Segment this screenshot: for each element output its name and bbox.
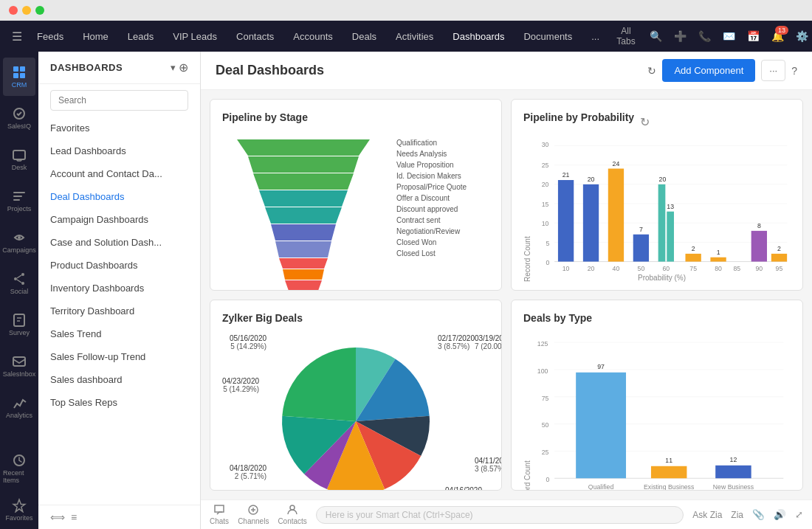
svg-point-7: [21, 273, 24, 276]
sidebar-item-desk[interactable]: Desk: [3, 140, 35, 179]
zia-btn-1[interactable]: Zia: [731, 510, 743, 520]
bottom-tab-contacts[interactable]: Contacts: [278, 504, 306, 525]
ask-zia-label[interactable]: Ask Zia: [692, 510, 722, 520]
calendar-button[interactable]: 📅: [744, 27, 763, 45]
nav-deals[interactable]: Deals: [343, 25, 385, 48]
svg-rect-40: [583, 184, 599, 262]
nav-documents[interactable]: Documents: [515, 25, 581, 48]
sidebar-menu-favorites[interactable]: Favorites: [38, 117, 200, 139]
more-options-button[interactable]: ···: [761, 60, 785, 81]
help-button[interactable]: ?: [791, 65, 797, 77]
zia-btn-3[interactable]: 🔊: [774, 509, 786, 520]
svg-text:2: 2: [692, 245, 695, 252]
sidebar-item-survey[interactable]: Survey: [3, 305, 35, 344]
sidebar-menu-inventory[interactable]: Inventory Dashboards: [38, 277, 200, 300]
minimize-button[interactable]: [22, 6, 31, 15]
sidebar-item-analytics[interactable]: Analytics: [3, 388, 35, 426]
zylker-big-deals-card: Zylker Big Deals: [210, 300, 502, 491]
sidebar-menu-deal-dashboards[interactable]: Deal Dashboards: [38, 185, 200, 208]
svg-rect-10: [14, 314, 24, 326]
funnel-label-won: Closed Won: [396, 238, 467, 248]
nav-dashboards[interactable]: Dashboards: [444, 25, 513, 48]
prob-refresh-icon[interactable]: ↻: [640, 115, 650, 129]
sidebar-menu-sales-dashboard[interactable]: Sales dashboard: [38, 368, 200, 391]
sidebar-item-salesiq[interactable]: SalesIQ: [3, 99, 35, 137]
all-tabs-button[interactable]: All Tabs: [611, 23, 641, 49]
zia-btn-4[interactable]: ⤢: [795, 509, 803, 520]
svg-marker-22: [285, 280, 322, 291]
sidebar-menu-sales-followup[interactable]: Sales Follow-up Trend: [38, 345, 200, 368]
funnel-label-offer: Offer a Discount: [396, 193, 467, 204]
expand-btn[interactable]: ⟺: [50, 511, 65, 523]
svg-rect-3: [20, 73, 25, 78]
svg-rect-46: [658, 184, 666, 262]
icon-sidebar: CRM SalesIQ Desk Projects Campaigns Soci…: [0, 52, 38, 529]
deals-by-type-title: Deals by Type: [523, 312, 791, 324]
svg-rect-44: [633, 235, 649, 262]
svg-marker-19: [275, 241, 331, 257]
svg-point-6: [18, 236, 21, 239]
sidebar-item-social[interactable]: Social: [3, 264, 35, 302]
svg-text:75: 75: [689, 265, 697, 271]
add-component-button[interactable]: Add Component: [662, 59, 755, 82]
sidebar-item-campaigns[interactable]: Campaigns: [3, 223, 35, 261]
zia-btn-2[interactable]: 📎: [752, 509, 765, 520]
sidebar-item-favorites[interactable]: Favorites: [3, 491, 35, 529]
sidebar-menu-campaign[interactable]: Campaign Dashboards: [38, 208, 200, 231]
sidebar-menu-territory[interactable]: Territory Dashboard: [38, 300, 200, 322]
bottom-tab-channels[interactable]: Channels: [238, 504, 269, 525]
pie-label-0217: 02/17/20203 (8.57%): [438, 334, 475, 350]
svg-rect-82: [651, 466, 687, 477]
sidebar-menu-product[interactable]: Product Dashboards: [38, 254, 200, 277]
maximize-button[interactable]: [35, 6, 44, 15]
nav-activities[interactable]: Activities: [387, 25, 442, 48]
svg-marker-14: [248, 156, 359, 173]
expand-sidebar-btn[interactable]: ▾: [171, 60, 176, 75]
sidebar-menu-lead-dashboards[interactable]: Lead Dashboards: [38, 139, 200, 162]
mail-button[interactable]: ✉️: [720, 27, 738, 45]
refresh-button[interactable]: ↻: [647, 65, 656, 77]
sidebar-item-salesinbox[interactable]: SalesInbox: [3, 347, 35, 385]
top-navigation: ☰ Feeds Home Leads VIP Leads Contacts Ac…: [0, 21, 812, 52]
sidebar-menu-case-solution[interactable]: Case and Solution Dash...: [38, 231, 200, 254]
svg-text:100: 100: [537, 367, 548, 374]
nav-vip-leads[interactable]: VIP Leads: [164, 25, 226, 48]
svg-marker-17: [265, 207, 342, 224]
add-dashboard-btn[interactable]: ⊕: [179, 60, 188, 75]
sidebar-item-crm[interactable]: CRM: [3, 58, 35, 96]
sidebar-menu-account-contact[interactable]: Account and Contact Da...: [38, 162, 200, 185]
bottom-tab-chats[interactable]: Chats: [210, 504, 229, 525]
search-button[interactable]: 🔍: [647, 27, 665, 45]
sidebar-item-recent[interactable]: Recent Items: [3, 449, 35, 488]
pipeline-by-probability-card: Pipeline by Probability ↻ Record Count 0…: [511, 99, 803, 291]
prob-y-axis-label: Record Count: [523, 138, 531, 282]
sidebar-menu-sales-trend[interactable]: Sales Trend: [38, 322, 200, 345]
nav-home[interactable]: Home: [74, 25, 117, 48]
nav-leads[interactable]: Leads: [119, 25, 162, 48]
svg-text:Qualified: Qualified: [588, 483, 614, 490]
nav-contacts[interactable]: Contacts: [227, 25, 283, 48]
phone-button[interactable]: 📞: [695, 27, 714, 45]
menu-toggle[interactable]: ☰: [7, 25, 27, 48]
nav-accounts[interactable]: Accounts: [284, 25, 341, 48]
notifications-button[interactable]: 🔔13: [768, 27, 787, 45]
svg-text:8: 8: [757, 222, 761, 229]
nav-feeds[interactable]: Feeds: [28, 25, 72, 48]
nav-more[interactable]: ...: [582, 25, 608, 48]
smart-chat-input[interactable]: Here is your Smart Chat (Ctrl+Space): [316, 506, 684, 524]
sidebar-menu-top-sales-reps[interactable]: Top Sales Reps: [38, 391, 200, 414]
funnel-label-discount: Discount approved: [396, 204, 467, 215]
sidebar-search[interactable]: [50, 90, 188, 111]
svg-rect-54: [751, 231, 767, 262]
settings-button[interactable]: ⚙️: [793, 27, 811, 45]
svg-text:60: 60: [662, 265, 670, 271]
window-chrome: [0, 0, 812, 21]
sidebar-item-projects[interactable]: Projects: [3, 181, 35, 220]
svg-rect-56: [771, 254, 787, 262]
svg-text:97: 97: [597, 362, 605, 370]
svg-rect-5: [13, 151, 25, 159]
close-button[interactable]: [9, 6, 18, 15]
add-button[interactable]: ➕: [671, 27, 689, 45]
list-view-btn[interactable]: ≡: [71, 511, 77, 523]
page-title: Deal Dashboards: [216, 63, 324, 78]
